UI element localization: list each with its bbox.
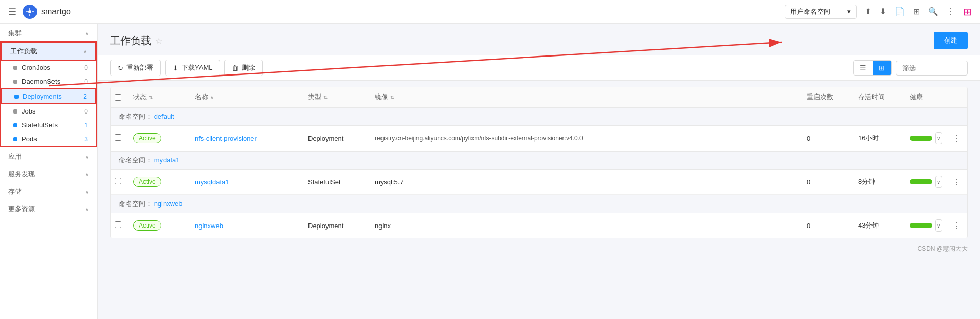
- redeploy-label: 重新部署: [126, 63, 153, 72]
- restarts-col-label: 重启次数: [807, 92, 833, 102]
- redeploy-button[interactable]: ↻ 重新部署: [110, 60, 161, 76]
- delete-button[interactable]: 🗑 删除: [224, 60, 263, 76]
- table-row: Active nginxweb Deployment nginx 0 43分钟 …: [111, 213, 967, 238]
- search-icon[interactable]: 🔍: [928, 7, 938, 16]
- credit-text: CSDN @慧闲大大: [917, 245, 968, 252]
- workload-chevron: ∧: [83, 49, 87, 54]
- namespace-row-nginxweb: 命名空间： nginxweb: [111, 195, 967, 213]
- health-bar-0: [910, 136, 932, 141]
- sidebar-apps-label: 应用: [8, 152, 22, 161]
- sidebar-cluster-label: 集群: [8, 29, 22, 38]
- sidebar-cronjobs-label: CronJobs: [22, 64, 50, 71]
- storage-chevron: ∨: [85, 189, 89, 195]
- type-cell-1: StatefulSet: [304, 178, 371, 186]
- image-sort-icon[interactable]: ⇅: [390, 95, 394, 100]
- sidebar-services-header[interactable]: 服务发现 ∨: [0, 164, 97, 182]
- download-icon[interactable]: ⬇: [880, 7, 886, 16]
- favorite-star[interactable]: ☆: [155, 36, 162, 46]
- filter-input[interactable]: [896, 61, 968, 76]
- create-button[interactable]: 创建: [934, 32, 968, 49]
- more-cell-0: ⋮: [947, 134, 967, 143]
- file-icon[interactable]: 📄: [895, 7, 905, 16]
- image-cell-2: nginx: [371, 222, 803, 230]
- col-health: 健康: [905, 92, 947, 102]
- menu-icon[interactable]: ☰: [8, 6, 16, 17]
- grid-view-btn[interactable]: ⊞: [873, 61, 891, 75]
- namespace-default-value[interactable]: default: [154, 112, 174, 120]
- sidebar-cluster-header[interactable]: 集群 ∨: [0, 24, 97, 41]
- type-col-label: 类型: [308, 92, 321, 102]
- more-options-0[interactable]: ⋮: [951, 132, 963, 145]
- health-cell-1: ∨: [905, 176, 947, 188]
- sidebar-item-daemonsets[interactable]: DaemonSets 0: [1, 74, 96, 88]
- cronjobs-dot: [13, 66, 17, 70]
- list-view-btn[interactable]: ☰: [854, 61, 873, 75]
- row-checkbox-0[interactable]: [115, 134, 121, 141]
- table-row: Active mysqldata1 StatefulSet mysql:5.7 …: [111, 170, 967, 195]
- age-cell-2: 43分钟: [854, 221, 905, 230]
- sidebar-jobs-label: Jobs: [22, 107, 35, 115]
- namespace-mydata1-value[interactable]: mydata1: [154, 156, 180, 164]
- download-label: 下载YAML: [182, 63, 212, 72]
- jobs-count: 0: [84, 108, 88, 115]
- namespace-label: 命名空间：: [119, 112, 152, 120]
- sidebar-more-header[interactable]: 更多资源 ∨: [0, 199, 97, 217]
- expand-btn-2[interactable]: ∨: [935, 219, 942, 232]
- sidebar-storage-label: 存储: [8, 187, 22, 196]
- grid-icon[interactable]: ⊞: [913, 7, 920, 16]
- name-col-label: 名称: [195, 92, 208, 102]
- header-icons: ⬆ ⬇ 📄 ⊞ 🔍 ⋮ ⊞: [865, 6, 972, 18]
- sidebar-more-label: 更多资源: [8, 204, 35, 214]
- namespace-nginxweb-value[interactable]: nginxweb: [154, 200, 183, 208]
- sidebar-item-deployments[interactable]: Deployments 2: [1, 88, 96, 104]
- health-cell-2: ∨: [905, 219, 947, 232]
- svg-point-3: [28, 10, 31, 13]
- name-cell-2[interactable]: nginxweb: [191, 222, 304, 230]
- daemonsets-count: 0: [84, 78, 88, 85]
- more-options-2[interactable]: ⋮: [951, 219, 963, 232]
- app-logo: [23, 5, 37, 19]
- status-cell-2: Active: [129, 220, 191, 231]
- type-sort-icon[interactable]: ⇅: [323, 95, 328, 100]
- sidebar-item-pods[interactable]: Pods 3: [1, 132, 96, 146]
- age-col-label: 存活时间: [858, 92, 885, 102]
- upload-icon[interactable]: ⬆: [865, 7, 872, 16]
- sidebar-item-jobs[interactable]: Jobs 0: [1, 104, 96, 118]
- row-checkbox-2[interactable]: [115, 221, 121, 228]
- sidebar-item-statefulsets[interactable]: StatefulSets 1: [1, 118, 96, 132]
- status-sort-icon[interactable]: ⇅: [149, 95, 153, 100]
- type-cell-2: Deployment: [304, 222, 371, 230]
- sidebar-workload-header[interactable]: 工作负载 ∧: [1, 42, 96, 61]
- name-sort-icon[interactable]: ∨: [210, 95, 214, 100]
- pods-count: 3: [84, 136, 88, 143]
- workloads-table: 状态 ⇅ 名称 ∨ 类型 ⇅ 镜像 ⇅: [110, 87, 968, 238]
- delete-icon: 🗑: [232, 64, 239, 72]
- select-all-checkbox[interactable]: [115, 94, 121, 101]
- sidebar-storage-header[interactable]: 存储 ∨: [0, 182, 97, 199]
- name-cell-0[interactable]: nfs-client-provisioner: [191, 135, 304, 142]
- name-cell-1[interactable]: mysqldata1: [191, 178, 304, 186]
- namespace-label-2: 命名空间：: [119, 156, 152, 164]
- sidebar-apps-header[interactable]: 应用 ∨: [0, 147, 97, 164]
- deployments-dot: [14, 95, 19, 99]
- image-cell-0: registry.cn-beijing.aliyuncs.com/pylixm/…: [371, 135, 803, 142]
- sidebar-item-cronjobs[interactable]: CronJobs 0: [1, 61, 96, 74]
- expand-btn-1[interactable]: ∨: [935, 176, 942, 188]
- status-col-label: 状态: [133, 92, 147, 102]
- jobs-dot: [13, 109, 17, 114]
- namespace-selector[interactable]: 用户命名空间 ▾: [785, 5, 857, 19]
- more-icon[interactable]: ⋮: [947, 7, 955, 16]
- pods-dot: [13, 137, 17, 141]
- health-col-label: 健康: [910, 92, 923, 102]
- row-checkbox-1[interactable]: [115, 178, 121, 184]
- table-header: 状态 ⇅ 名称 ∨ 类型 ⇅ 镜像 ⇅: [111, 87, 967, 107]
- download-yaml-button[interactable]: ⬇ 下载YAML: [165, 60, 220, 76]
- statefulsets-count: 1: [84, 122, 88, 129]
- toolbar: ↻ 重新部署 ⬇ 下载YAML 🗑 删除 ☰ ⊞: [98, 55, 980, 81]
- more-options-1[interactable]: ⋮: [951, 176, 963, 189]
- col-status: 状态 ⇅: [129, 92, 191, 102]
- delete-label: 删除: [242, 63, 255, 72]
- col-age: 存活时间: [854, 92, 905, 102]
- expand-btn-0[interactable]: ∨: [935, 132, 942, 144]
- namespace-value: 用户命名空间: [790, 7, 830, 16]
